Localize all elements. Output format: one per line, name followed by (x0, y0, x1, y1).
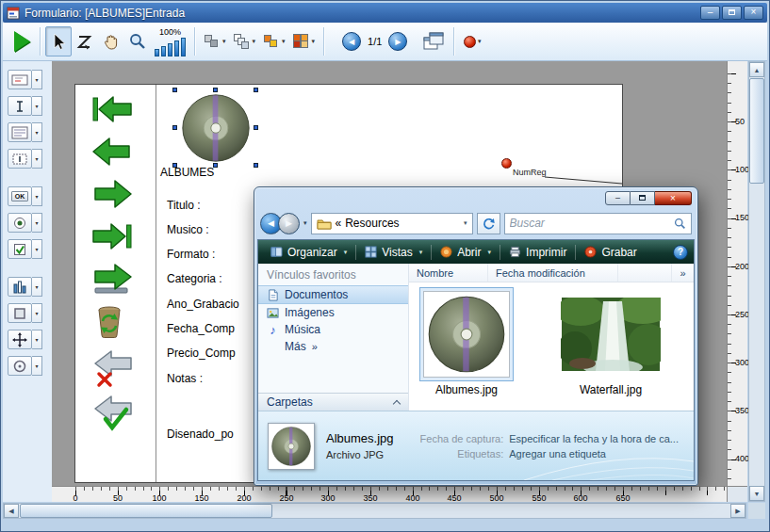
color-dropdown-arrow[interactable]: ▾ (282, 38, 286, 45)
selection-handle[interactable] (254, 125, 258, 130)
checkbox-tool-dropdown[interactable]: ▾ (32, 239, 42, 259)
column-header-nombre[interactable]: Nombre (409, 264, 488, 282)
save-record-button[interactable] (90, 394, 136, 435)
shape-tool-dropdown[interactable]: ▾ (32, 356, 42, 376)
pattern-dropdown-arrow[interactable]: ▾ (312, 38, 316, 45)
history-dropdown-arrow[interactable]: ▾ (303, 219, 307, 227)
edit-box-tool[interactable] (8, 149, 32, 169)
organize-menu-button[interactable]: Organizar ▾ (264, 246, 353, 259)
column-header-more[interactable]: » (671, 264, 694, 282)
frame-tool[interactable] (8, 303, 32, 323)
nav-item-documentos[interactable]: Documentos (258, 285, 408, 304)
move-tool[interactable] (8, 330, 32, 349)
file-name-label[interactable]: Waterfall.jpg (556, 383, 665, 396)
cd-image-control[interactable] (173, 89, 258, 168)
hand-tool-button[interactable] (98, 26, 124, 56)
file-name-label[interactable]: Albumes.jpg (415, 383, 518, 396)
slider-tool[interactable] (8, 277, 32, 297)
titlebar[interactable]: Formulario: [ALBUMES]Entrada – × (3, 3, 767, 23)
selection-handle[interactable] (254, 163, 258, 168)
refresh-button[interactable] (477, 213, 500, 234)
explorer-window[interactable]: – × ◀ ▶ ▾ « Resources ▾ (254, 186, 698, 486)
explorer-titlebar[interactable]: – × (257, 187, 695, 210)
text-field-tool[interactable] (8, 70, 32, 89)
selection-handle[interactable] (172, 88, 177, 92)
layout-menu-button[interactable]: ▾ (230, 26, 260, 56)
scroll-right-button[interactable]: ▶ (730, 504, 745, 518)
maximize-button[interactable] (722, 6, 742, 20)
breadcrumb-dropdown-arrow[interactable]: ▾ (464, 219, 467, 227)
explorer-maximize-button[interactable] (631, 191, 655, 205)
next-page-button[interactable]: ▶ (388, 32, 407, 51)
nav-item-imagenes[interactable]: Imágenes (258, 304, 408, 321)
breadcrumb-chevrons[interactable]: « (336, 217, 342, 230)
folders-band[interactable]: Carpetas (258, 393, 408, 411)
label-tool[interactable] (8, 96, 32, 116)
scroll-left-button[interactable]: ◀ (4, 504, 19, 518)
selection-handle[interactable] (213, 88, 218, 92)
file-item-waterfall[interactable]: Waterfall.jpg (556, 287, 665, 396)
vertical-scrollbar[interactable]: ▲ ▼ (748, 61, 765, 502)
align-dropdown-arrow[interactable]: ▾ (222, 38, 226, 45)
run-form-button[interactable] (8, 26, 35, 56)
align-menu-button[interactable]: ▾ (200, 26, 230, 56)
scroll-up-button[interactable]: ▲ (749, 62, 764, 77)
albumes-thumbnail-selected[interactable] (419, 287, 514, 381)
open-menu-button[interactable]: Abrir ▾ (434, 246, 498, 259)
tab-order-tool-button[interactable] (72, 26, 98, 56)
move-tool-dropdown[interactable]: ▾ (32, 330, 42, 349)
forward-button[interactable]: ▶ (278, 213, 300, 234)
minimize-button[interactable]: – (700, 6, 720, 20)
open-dropdown-arrow[interactable]: ▾ (488, 249, 492, 256)
explorer-close-button[interactable]: × (655, 191, 692, 205)
search-box[interactable] (504, 213, 692, 234)
print-button[interactable]: Imprimir (502, 246, 573, 259)
pattern-menu-button[interactable]: ▾ (289, 26, 319, 56)
go-next-button[interactable] (90, 176, 136, 216)
color-menu-button[interactable]: ▾ (259, 26, 289, 56)
file-item-albumes[interactable]: Albumes.jpg (415, 287, 518, 396)
vertical-scroll-thumb[interactable] (749, 78, 764, 184)
slider-tool-dropdown[interactable]: ▾ (32, 277, 42, 297)
numreg-icon[interactable] (501, 158, 512, 169)
layout-dropdown-arrow[interactable]: ▾ (253, 38, 256, 45)
breadcrumb[interactable]: « Resources ▾ (311, 213, 473, 234)
go-last-button[interactable] (90, 218, 136, 258)
list-tool[interactable] (8, 122, 32, 142)
new-record-button[interactable] (90, 261, 136, 300)
window-list-button[interactable] (418, 26, 449, 56)
previous-page-button[interactable]: ◀ (342, 32, 361, 51)
text-field-tool-dropdown[interactable]: ▾ (32, 70, 42, 89)
label-tool-dropdown[interactable]: ▾ (32, 96, 42, 116)
go-previous-button[interactable] (90, 134, 136, 173)
delete-record-button[interactable] (90, 301, 136, 343)
nav-item-musica[interactable]: ♪ Música (258, 321, 408, 338)
pointer-tool-button[interactable] (45, 26, 72, 56)
tags-value[interactable]: Agregar una etiqueta (509, 448, 679, 459)
record-menu-button[interactable]: ▾ (459, 26, 485, 56)
cancel-record-button[interactable] (90, 348, 136, 390)
close-button[interactable]: × (744, 6, 763, 20)
explorer-minimize-button[interactable]: – (605, 191, 631, 205)
selection-handle[interactable] (254, 88, 258, 92)
search-input[interactable] (510, 217, 674, 230)
capture-date-value[interactable]: Especificar la fecha y la hora de ca... (509, 433, 679, 444)
scroll-down-button[interactable]: ▼ (749, 486, 764, 501)
option-button-tool[interactable] (8, 213, 32, 233)
organize-dropdown-arrow[interactable]: ▾ (344, 249, 348, 256)
views-menu-button[interactable]: Vistas ▾ (358, 246, 429, 259)
command-button-tool[interactable]: OK (8, 186, 32, 206)
views-dropdown-arrow[interactable]: ▾ (419, 249, 423, 256)
column-header-fecha[interactable]: Fecha modificación (488, 264, 618, 282)
record-dropdown-arrow[interactable]: ▾ (478, 38, 482, 45)
horizontal-scroll-thumb[interactable] (20, 504, 272, 518)
edit-box-tool-dropdown[interactable]: ▾ (32, 149, 42, 169)
frame-tool-dropdown[interactable]: ▾ (32, 303, 42, 323)
shape-tool[interactable] (8, 356, 32, 376)
nav-item-mas[interactable]: Más » (258, 338, 408, 355)
list-tool-dropdown[interactable]: ▾ (32, 122, 42, 142)
checkbox-tool[interactable] (8, 239, 32, 259)
breadcrumb-location[interactable]: Resources (345, 217, 399, 230)
horizontal-scrollbar[interactable]: ◀ ▶ (3, 503, 746, 519)
burn-button[interactable]: Grabar (578, 246, 643, 259)
